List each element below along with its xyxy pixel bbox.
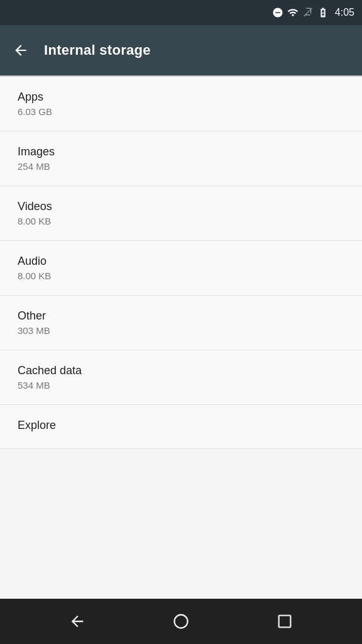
list-item-explore[interactable]: Explore — [0, 405, 362, 449]
explore-label: Explore — [18, 419, 344, 432]
back-button[interactable] — [13, 42, 29, 58]
apps-size: 6.03 GB — [18, 106, 344, 117]
other-size: 303 MB — [18, 325, 344, 336]
images-label: Images — [18, 145, 344, 158]
cached-data-label: Cached data — [18, 364, 344, 377]
page-title: Internal storage — [44, 42, 151, 58]
videos-label: Videos — [18, 200, 344, 213]
images-size: 254 MB — [18, 161, 344, 172]
other-label: Other — [18, 309, 344, 323]
app-bar: Internal storage — [0, 25, 362, 75]
nav-home-button[interactable] — [165, 605, 197, 638]
wifi-icon — [287, 7, 299, 18]
list-item-images[interactable]: Images 254 MB — [0, 131, 362, 186]
svg-point-0 — [174, 615, 187, 628]
list-item-cached-data[interactable]: Cached data 534 MB — [0, 350, 362, 405]
nav-back-button[interactable] — [61, 605, 94, 638]
storage-list: Apps 6.03 GB Images 254 MB Videos 8.00 K… — [0, 77, 362, 599]
list-item-other[interactable]: Other 303 MB — [0, 296, 362, 350]
audio-size: 8.00 KB — [18, 270, 344, 281]
list-item-apps[interactable]: Apps 6.03 GB — [0, 77, 362, 131]
nav-recents-button[interactable] — [268, 605, 301, 638]
list-item-videos[interactable]: Videos 8.00 KB — [0, 186, 362, 241]
status-icons: 4:05 — [272, 7, 354, 18]
do-not-disturb-icon — [272, 7, 283, 18]
cached-data-size: 534 MB — [18, 380, 344, 391]
list-item-audio[interactable]: Audio 8.00 KB — [0, 241, 362, 296]
apps-label: Apps — [18, 91, 344, 104]
signal-icon — [302, 7, 314, 18]
svg-rect-1 — [279, 616, 291, 628]
videos-size: 8.00 KB — [18, 216, 344, 226]
audio-label: Audio — [18, 255, 344, 268]
status-time: 4:05 — [335, 7, 354, 18]
status-bar: 4:05 — [0, 0, 362, 25]
navigation-bar — [0, 599, 362, 644]
battery-icon — [317, 7, 329, 18]
